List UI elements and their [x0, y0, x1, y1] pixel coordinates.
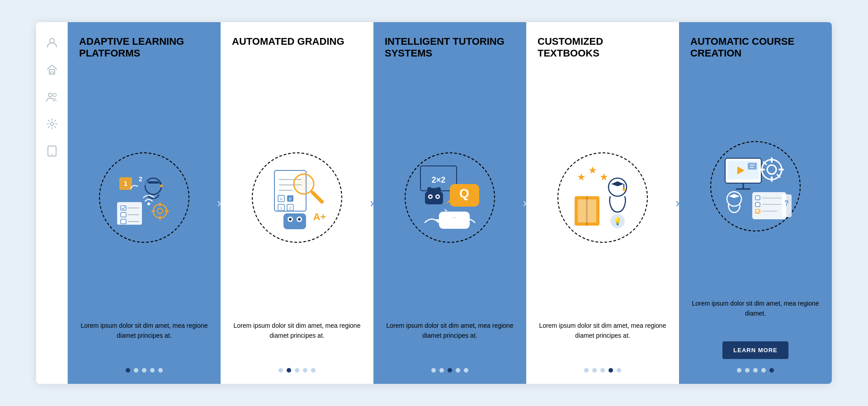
- card-3-illustration: 2×2 Q: [385, 85, 515, 309]
- dot-3[interactable]: [142, 368, 146, 373]
- svg-point-3: [48, 93, 52, 97]
- card-3-title: INTELLIGENT TUTORING SYSTEMS: [385, 36, 515, 72]
- dot-5[interactable]: [769, 368, 774, 373]
- svg-text:2: 2: [289, 206, 291, 210]
- svg-rect-55: [425, 192, 443, 204]
- card-4-title: CUSTOMIZED TEXTBOOKS: [538, 36, 668, 72]
- dot-2[interactable]: [592, 368, 597, 373]
- card-3-dots: [385, 368, 515, 373]
- svg-point-50: [289, 218, 292, 221]
- svg-point-88: [767, 165, 776, 174]
- dot-2[interactable]: [287, 368, 291, 373]
- user-icon[interactable]: [45, 36, 59, 49]
- svg-text:A: A: [280, 197, 283, 201]
- dot-4[interactable]: [456, 368, 460, 373]
- svg-point-30: [147, 203, 150, 205]
- dot-5[interactable]: [464, 368, 468, 373]
- svg-rect-47: [283, 213, 306, 229]
- card-adaptive-learning: ADAPTIVE LEARNING PLATFORMS 1 2: [68, 22, 221, 384]
- svg-text:A+: A+: [313, 211, 326, 222]
- svg-text:★: ★: [577, 171, 586, 183]
- card-2-title: AUTOMATED GRADING: [232, 36, 362, 72]
- dot-4[interactable]: [150, 368, 155, 373]
- dot-4[interactable]: [609, 368, 613, 373]
- card-1-description: Lorem ipsum dolor sit dim amet, mea regi…: [79, 321, 209, 357]
- svg-text:?: ?: [784, 199, 789, 207]
- svg-text:B: B: [289, 197, 292, 201]
- users-icon[interactable]: [45, 90, 59, 104]
- dot-3[interactable]: [600, 368, 605, 373]
- phone-icon[interactable]: [45, 144, 59, 158]
- card-intelligent-tutoring: INTELLIGENT TUTORING SYSTEMS 2×2: [373, 22, 526, 384]
- dot-3[interactable]: [295, 368, 299, 373]
- svg-text:1: 1: [124, 180, 127, 187]
- chevron-2: »: [365, 195, 373, 211]
- dot-1[interactable]: [737, 368, 741, 373]
- dot-3[interactable]: [448, 368, 452, 373]
- svg-rect-8: [148, 181, 159, 184]
- svg-point-76: [623, 188, 625, 191]
- card-5-description: Lorem ipsum dolor sit dim amet, mea regi…: [690, 298, 821, 335]
- card-automated-grading: AUTOMATED GRADING A B: [221, 22, 373, 384]
- card-2-description: Lorem ipsum dolor sit dim amet, mea regi…: [232, 321, 362, 357]
- card-customized-textbooks: CUSTOMIZED TEXTBOOKS ★ ★ ★: [526, 22, 679, 384]
- svg-point-4: [53, 94, 56, 97]
- svg-point-7: [145, 178, 161, 194]
- svg-point-5: [50, 123, 53, 126]
- dot-4[interactable]: [761, 368, 766, 373]
- svg-rect-16: [121, 206, 126, 210]
- dot-1[interactable]: [431, 368, 436, 373]
- card-5-illustration: ?: [690, 85, 821, 287]
- card-4-description: Lorem ipsum dolor sit dim amet, mea regi…: [538, 321, 668, 357]
- dot-5[interactable]: [158, 368, 163, 373]
- svg-rect-2: [51, 72, 53, 74]
- card-5-title: AUTOMATIC COURSE CREATION: [690, 36, 821, 72]
- svg-rect-20: [121, 212, 126, 217]
- learn-more-button[interactable]: LEARN MORE: [722, 341, 788, 359]
- card-automatic-course: AUTOMATIC COURSE CREATION: [679, 22, 832, 384]
- svg-text:★: ★: [599, 171, 609, 183]
- card-1-title: ADAPTIVE LEARNING PLATFORMS: [79, 36, 209, 72]
- svg-rect-61: [431, 185, 437, 188]
- dot-2[interactable]: [745, 368, 750, 373]
- card-3-description: Lorem ipsum dolor sit dim amet, mea regi…: [385, 321, 515, 357]
- svg-rect-97: [755, 196, 760, 200]
- svg-text:2×2: 2×2: [432, 175, 446, 184]
- cards-container: ADAPTIVE LEARNING PLATFORMS 1 2: [68, 22, 832, 384]
- svg-rect-82: [748, 163, 757, 170]
- card-4-dots: [538, 368, 668, 373]
- svg-rect-46: [311, 190, 324, 204]
- svg-point-58: [429, 195, 432, 198]
- svg-point-0: [50, 38, 54, 43]
- home-icon[interactable]: [45, 63, 59, 76]
- sidebar: [36, 22, 68, 384]
- svg-text:...: ...: [452, 213, 456, 219]
- dot-5[interactable]: [617, 368, 621, 373]
- dot-1[interactable]: [584, 368, 589, 373]
- svg-point-44: [297, 177, 311, 191]
- svg-rect-99: [755, 203, 760, 207]
- card-1-illustration: 1 2: [79, 85, 209, 309]
- dot-2[interactable]: [439, 368, 444, 373]
- card-2-dots: [232, 368, 362, 373]
- dot-5[interactable]: [311, 368, 316, 373]
- dot-2[interactable]: [134, 368, 138, 373]
- dot-3[interactable]: [753, 368, 758, 373]
- card-1-dots: [79, 368, 209, 373]
- card-4-illustration: ★ ★ ★: [538, 85, 668, 309]
- chevron-4: »: [671, 195, 679, 211]
- svg-rect-22: [121, 219, 126, 224]
- card-2-illustration: A B 1 2: [232, 85, 362, 309]
- dot-1[interactable]: [126, 368, 130, 373]
- chevron-1: »: [212, 195, 221, 211]
- card-5-dots: [690, 368, 821, 373]
- svg-text:Q: Q: [459, 186, 469, 200]
- chevron-3: »: [518, 195, 526, 211]
- dot-4[interactable]: [303, 368, 307, 373]
- dot-1[interactable]: [278, 368, 283, 373]
- settings-icon[interactable]: [45, 117, 59, 131]
- svg-point-10: [160, 184, 163, 187]
- svg-point-51: [298, 218, 301, 221]
- svg-text:1: 1: [280, 206, 282, 210]
- svg-text:2: 2: [139, 175, 142, 183]
